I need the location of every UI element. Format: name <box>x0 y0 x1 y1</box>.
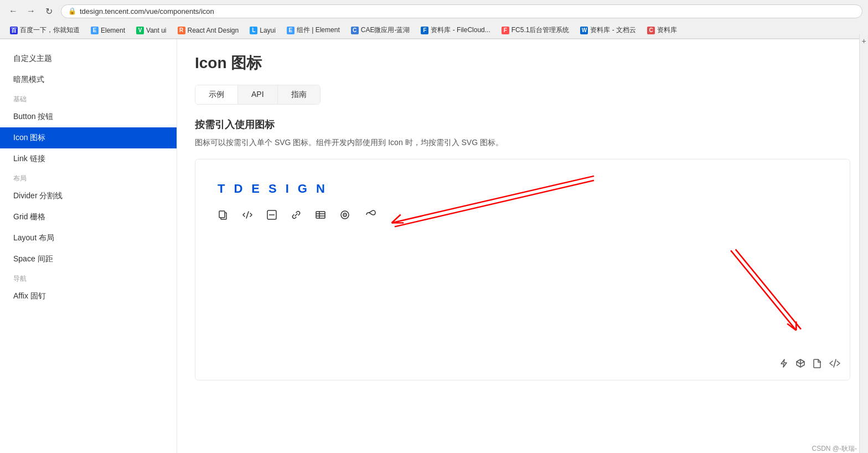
svg-line-16 <box>787 324 796 331</box>
back-button[interactable]: ← <box>6 3 21 19</box>
svg-rect-4 <box>316 212 325 218</box>
table-icon[interactable] <box>315 209 326 223</box>
minus-icon[interactable] <box>266 209 277 223</box>
tdesign-letter-E: E <box>251 182 260 196</box>
file-icon[interactable] <box>812 358 822 371</box>
code-arrow-icon[interactable] <box>242 209 253 223</box>
bookmark-label-element: Element <box>101 27 125 34</box>
bookmark-element[interactable]: E Element <box>86 25 130 35</box>
code-icon[interactable] <box>829 358 841 371</box>
bookmark-label-cae: CAE微应用-蓝湖 <box>361 25 410 35</box>
bookmark-react[interactable]: R React Ant Design <box>173 25 244 35</box>
sidebar-category-layout-category: 布局 <box>0 169 177 186</box>
bookmark-favicon-react: R <box>178 27 185 34</box>
bookmark-csdn[interactable]: C 资料库 <box>643 24 681 36</box>
tdesign-letter-G: G <box>298 182 307 196</box>
tabs-container: 示例API指南 <box>195 85 321 105</box>
browser-chrome: ← → ↻ 🔒 tdesign.tencent.com/vue/componen… <box>0 0 868 39</box>
tdesign-letters: TDESIGN <box>218 182 828 196</box>
sidebar-item-divider[interactable]: Divider 分割线 <box>0 186 177 207</box>
tab-api[interactable]: API <box>238 85 278 104</box>
bookmark-label-react: React Ant Design <box>188 27 239 34</box>
bookmark-favicon-element2: E <box>287 27 294 34</box>
bookmark-label-baidu: 百度一下，你就知道 <box>20 25 80 35</box>
nav-buttons: ← → ↻ <box>6 3 56 19</box>
scrollbar[interactable]: + <box>859 34 868 453</box>
svg-line-15 <box>731 250 796 330</box>
bookmark-vant[interactable]: V Vant ui <box>132 25 170 35</box>
cube-icon[interactable] <box>795 358 805 371</box>
content-area: Icon 图标 示例API指南 按需引入使用图标 图标可以按需引入单个 SVG … <box>177 39 868 453</box>
section-heading: 按需引入使用图标 <box>195 118 850 131</box>
infinity-icon[interactable] <box>364 209 378 223</box>
sidebar-item-affix[interactable]: Affix 固钉 <box>0 286 177 307</box>
bookmark-favicon-element: E <box>91 27 99 34</box>
bookmark-baidu[interactable]: 百 百度一下，你就知道 <box>6 24 84 36</box>
sidebar: 自定义主题暗黑模式基础Button 按钮Icon 图标Link 链接布局Divi… <box>0 39 177 453</box>
sidebar-item-grid[interactable]: Grid 栅格 <box>0 207 177 228</box>
bookmark-label-filecloud: 资料库 - FileCloud... <box>431 25 490 35</box>
tdesign-letter-I: I <box>286 182 289 196</box>
bookmark-favicon-cae: C <box>351 27 359 34</box>
sidebar-category-nav-category: 导航 <box>0 270 177 286</box>
bookmark-label-layui: Layui <box>260 27 276 34</box>
bookmark-favicon-baidu: 百 <box>10 27 18 34</box>
sidebar-item-custom-theme[interactable]: 自定义主题 <box>0 48 177 69</box>
tdesign-letter-N: N <box>316 182 325 196</box>
bookmark-favicon-fc: F <box>502 27 509 34</box>
bookmark-favicon-csdn: C <box>647 27 655 34</box>
bookmark-wendang[interactable]: W 资料库 - 文档云 <box>576 24 640 36</box>
reload-button[interactable]: ↻ <box>41 3 56 19</box>
sidebar-item-space[interactable]: Space 间距 <box>0 249 177 270</box>
sidebar-item-layout[interactable]: Layout 布局 <box>0 228 177 249</box>
bookmark-element2[interactable]: E 组件 | Element <box>282 24 344 36</box>
bottom-icons <box>779 358 841 371</box>
bookmark-cae[interactable]: C CAE微应用-蓝湖 <box>347 24 415 36</box>
bookmark-favicon-layui: L <box>250 27 257 34</box>
svg-line-18 <box>736 249 801 329</box>
bookmark-label-element2: 组件 | Element <box>297 25 340 35</box>
main-layout: 自定义主题暗黑模式基础Button 按钮Icon 图标Link 链接布局Divi… <box>0 39 868 453</box>
tab-example[interactable]: 示例 <box>195 85 238 104</box>
sidebar-item-button[interactable]: Button 按钮 <box>0 106 177 127</box>
bookmark-layui[interactable]: L Layui <box>245 25 280 35</box>
bookmarks-bar: 百 百度一下，你就知道 E Element V Vant ui R React … <box>0 22 868 39</box>
tab-guide[interactable]: 指南 <box>278 85 320 104</box>
sidebar-category-basic-category: 基础 <box>0 90 177 106</box>
bookmark-fc[interactable]: F FC5.1后台管理系统 <box>497 24 574 36</box>
bookmark-favicon-vant: V <box>136 27 144 34</box>
footer-note: CSDN @-耿瑞- <box>812 444 857 453</box>
bookmark-favicon-wendang: W <box>580 27 588 34</box>
sidebar-item-dark-mode[interactable]: 暗黑模式 <box>0 69 177 90</box>
sidebar-item-link[interactable]: Link 链接 <box>0 148 177 169</box>
tdesign-letter-S: S <box>268 182 277 196</box>
bookmark-filecloud[interactable]: F 资料库 - FileCloud... <box>416 24 494 36</box>
tdesign-letter-D: D <box>234 182 242 196</box>
demo-box: TDESIGN <box>195 159 850 380</box>
copy-icon[interactable] <box>218 209 229 223</box>
bookmark-label-fc: FC5.1后台管理系统 <box>512 25 570 35</box>
tdesign-letter-T: T <box>218 182 225 196</box>
target-icon[interactable] <box>339 209 350 223</box>
svg-rect-1 <box>219 211 225 218</box>
bookmark-label-wendang: 资料库 - 文档云 <box>590 25 636 35</box>
section-desc: 图标可以按需引入单个 SVG 图标。组件开发内部使用到 Icon 时，均按需引入… <box>195 138 850 148</box>
bookmark-label-vant: Vant ui <box>146 27 166 34</box>
scroll-plus-icon[interactable]: + <box>861 37 866 45</box>
browser-toolbar: ← → ↻ 🔒 tdesign.tencent.com/vue/componen… <box>0 0 868 22</box>
forward-button[interactable]: → <box>23 3 39 19</box>
page-title: Icon 图标 <box>195 53 850 74</box>
svg-point-10 <box>344 214 345 215</box>
link-icon[interactable] <box>291 209 302 223</box>
address-bar[interactable]: 🔒 tdesign.tencent.com/vue/components/ico… <box>61 4 862 18</box>
icon-row <box>218 209 828 223</box>
bookmark-label-csdn: 资料库 <box>657 25 677 35</box>
lightning-icon[interactable] <box>779 358 789 371</box>
url-text: tdesign.tencent.com/vue/components/icon <box>80 7 214 16</box>
bookmark-favicon-filecloud: F <box>421 27 428 34</box>
lock-icon: 🔒 <box>68 7 76 15</box>
sidebar-item-icon[interactable]: Icon 图标 <box>0 127 177 148</box>
